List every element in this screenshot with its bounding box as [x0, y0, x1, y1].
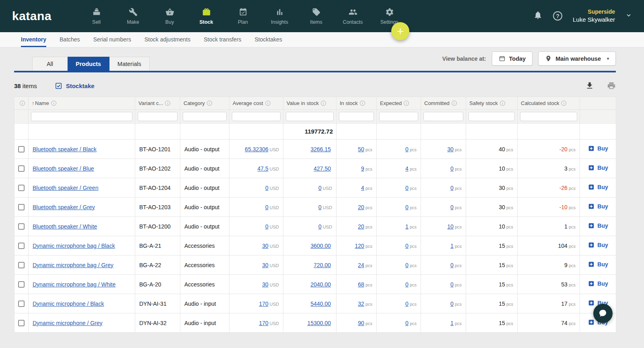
committed-link[interactable]: 0 [450, 301, 454, 307]
in-stock-link[interactable]: 20 [358, 223, 364, 230]
stocktake-button[interactable]: Stocktake [55, 82, 95, 90]
expected-link[interactable]: 4 [405, 165, 409, 172]
row-checkbox[interactable] [18, 281, 25, 288]
info-icon[interactable]: i [51, 101, 56, 106]
info-icon[interactable]: i [500, 101, 505, 106]
info-icon[interactable]: i [561, 101, 566, 106]
average-cost-link[interactable]: 0 [265, 185, 268, 191]
expected-link[interactable]: 0 [405, 281, 409, 288]
in-stock-link[interactable]: 24 [358, 262, 364, 268]
buy-button[interactable]: Buy [588, 261, 608, 268]
balance-date-button[interactable]: Today [492, 51, 533, 66]
product-name-link[interactable]: Dynamic microphone bag / Black [33, 243, 115, 249]
expected-link[interactable]: 0 [405, 320, 409, 326]
expected-link[interactable]: 0 [405, 262, 409, 268]
filter-input-committed[interactable] [423, 112, 463, 121]
buy-button[interactable]: Buy [588, 280, 608, 287]
nav-item-plan[interactable]: Plan [225, 0, 261, 32]
filter-input-variant-code[interactable] [138, 112, 178, 121]
expected-link[interactable]: 0 [405, 243, 409, 249]
buy-button[interactable]: Buy [588, 145, 608, 152]
buy-button[interactable]: Buy [588, 222, 608, 229]
row-checkbox[interactable] [18, 165, 25, 172]
chat-widget-button[interactable] [593, 304, 613, 323]
value-in-stock-link[interactable]: 0 [318, 223, 322, 230]
average-cost-link[interactable]: 30 [262, 262, 268, 268]
info-icon[interactable]: i [321, 101, 326, 106]
row-checkbox[interactable] [18, 204, 25, 210]
header-expected[interactable]: Expectedi [377, 97, 421, 110]
info-icon[interactable]: i [207, 101, 212, 106]
committed-link[interactable]: 1 [450, 320, 454, 326]
row-checkbox[interactable] [18, 223, 25, 230]
nav-item-stock[interactable]: Stock [188, 0, 225, 32]
product-name-link[interactable]: Dynamic microphone / Black [33, 301, 104, 307]
committed-link[interactable]: 1 [450, 243, 454, 249]
value-in-stock-link[interactable]: 427.50 [314, 165, 331, 172]
product-name-link[interactable]: Bluetooth speaker / Green [33, 185, 98, 191]
filter-input-in-stock[interactable] [339, 112, 374, 121]
row-checkbox[interactable] [18, 146, 25, 152]
value-in-stock-link[interactable]: 3266.15 [310, 146, 331, 152]
buy-button[interactable]: Buy [588, 241, 608, 249]
header-name[interactable]: ↑Namei [29, 97, 135, 110]
expected-link[interactable]: 0 [405, 146, 409, 152]
average-cost-link[interactable]: 47.5 [258, 165, 268, 172]
average-cost-link[interactable]: 65.32306 [245, 146, 268, 152]
filter-input-safety-stock[interactable] [469, 112, 515, 121]
filter-input-category[interactable] [183, 112, 227, 121]
value-in-stock-link[interactable]: 720.00 [314, 262, 331, 268]
create-new-button[interactable]: + [391, 22, 409, 40]
chevron-down-icon[interactable] [625, 12, 632, 20]
average-cost-link[interactable]: 0 [265, 204, 268, 210]
committed-link[interactable]: 10 [447, 223, 454, 230]
in-stock-link[interactable]: 9 [361, 165, 364, 172]
nav-item-make[interactable]: Make [115, 0, 151, 32]
product-name-link[interactable]: Dynamic microphone bag / White [33, 281, 116, 288]
average-cost-link[interactable]: 170 [259, 320, 268, 326]
average-cost-link[interactable]: 170 [259, 301, 268, 307]
info-icon[interactable]: i [265, 101, 270, 106]
buy-button[interactable]: Buy [588, 203, 608, 210]
tab-all[interactable]: All [32, 57, 68, 71]
header-variant-code[interactable]: Variant c...i [135, 97, 180, 110]
committed-link[interactable]: 0 [450, 262, 454, 268]
info-icon[interactable]: i [452, 101, 457, 106]
header-value-in-stock[interactable]: Value in stocki [283, 97, 336, 110]
expected-link[interactable]: 0 [405, 185, 409, 191]
average-cost-link[interactable]: 30 [262, 281, 268, 288]
nav-item-contacts[interactable]: Contacts [334, 0, 371, 32]
value-in-stock-link[interactable]: 5440.00 [310, 301, 331, 307]
filter-input-name[interactable] [31, 112, 132, 121]
expected-link[interactable]: 0 [405, 301, 409, 307]
info-icon[interactable]: i [360, 101, 365, 106]
product-name-link[interactable]: Dynamic microphone / Grey [33, 320, 103, 326]
average-cost-link[interactable]: 30 [262, 243, 268, 249]
product-name-link[interactable]: Bluetooth speaker / Blue [33, 165, 94, 172]
value-in-stock-link[interactable]: 15300.00 [308, 320, 331, 326]
filter-input-expected[interactable] [379, 112, 418, 121]
nav-item-buy[interactable]: Buy [151, 0, 188, 32]
info-icon[interactable]: i [20, 101, 25, 106]
in-stock-link[interactable]: 68 [358, 281, 364, 288]
product-name-link[interactable]: Bluetooth speaker / Black [33, 146, 97, 152]
header-average-cost[interactable]: Average costi [229, 97, 283, 110]
warehouse-dropdown[interactable]: Main warehouse ▾ [538, 51, 616, 66]
in-stock-link[interactable]: 32 [358, 301, 364, 307]
subnav-item-serial-numbers[interactable]: Serial numbers [93, 32, 131, 47]
subnav-item-stocktakes[interactable]: Stocktakes [255, 32, 282, 47]
subnav-item-stock-transfers[interactable]: Stock transfers [204, 32, 241, 47]
buy-button[interactable]: Buy [588, 183, 608, 191]
product-name-link[interactable]: Dynamic microphone bag / Grey [33, 262, 114, 268]
tab-products[interactable]: Products [68, 57, 109, 71]
value-in-stock-link[interactable]: 0 [318, 185, 322, 191]
filter-input-value-in-stock[interactable] [286, 112, 334, 121]
subnav-item-stock-adjustments[interactable]: Stock adjustments [144, 32, 190, 47]
header-category[interactable]: Categoryi [180, 97, 229, 110]
product-name-link[interactable]: Bluetooth speaker / White [33, 223, 97, 230]
product-name-link[interactable]: Bluetooth speaker / Grey [33, 204, 95, 210]
buy-button[interactable]: Buy [588, 164, 608, 171]
in-stock-link[interactable]: 4 [361, 185, 364, 191]
row-checkbox[interactable] [18, 301, 25, 307]
header-safety-stock[interactable]: Safety stocki [466, 97, 518, 110]
